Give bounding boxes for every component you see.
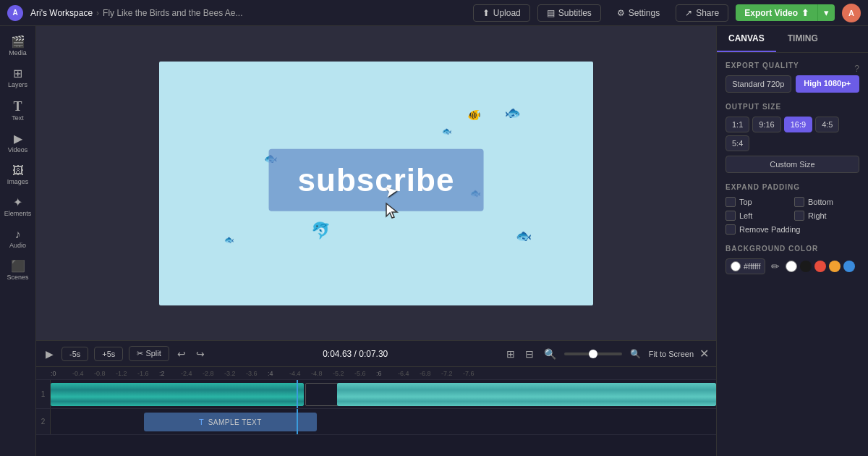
padding-bottom[interactable]: Bottom: [794, 197, 859, 207]
size-9-16[interactable]: 9:16: [752, 117, 780, 132]
sidebar-item-elements[interactable]: ✦ Elements: [2, 193, 34, 221]
custom-size-button[interactable]: Custom Size: [726, 156, 859, 173]
background-color-title: BACKGROUND COLOR: [726, 245, 859, 253]
video-clip-black[interactable]: [305, 383, 339, 406]
tab-canvas[interactable]: CANVAS: [717, 26, 776, 52]
export-group: Export Video ⬆ ▾: [736, 4, 835, 21]
canvas-area[interactable]: 🐟 🐠 🐟 🐟 🐟 🐟 🐟 🐬 subscribe: [36, 26, 716, 340]
zoom-slider[interactable]: [564, 352, 622, 355]
sidebar-item-media[interactable]: 🎬 Media: [2, 32, 34, 61]
padding-left-label: Left: [739, 211, 752, 220]
sidebar-item-label: Videos: [8, 146, 27, 153]
undo-button[interactable]: ↩: [175, 346, 188, 362]
zoom-in-icon[interactable]: 🔍: [628, 347, 643, 361]
swatch-orange[interactable]: [829, 261, 841, 272]
remove-padding[interactable]: Remove Padding: [726, 224, 859, 235]
settings-button[interactable]: ⚙ Settings: [608, 5, 668, 21]
padding-right[interactable]: Right: [794, 211, 859, 221]
track-controls-icon[interactable]: ⊞: [504, 346, 517, 362]
upload-button[interactable]: ⬆ Upload: [473, 4, 530, 22]
standard-quality-button[interactable]: Standard 720p: [726, 75, 791, 93]
subscribe-overlay: subscribe: [269, 149, 484, 211]
sidebar-item-label: Media: [9, 49, 27, 56]
size-5-4[interactable]: 5:4: [726, 135, 749, 151]
upload-icon: ⬆: [482, 8, 490, 18]
video-clip-1[interactable]: [51, 383, 304, 406]
track-number-1: 1: [36, 380, 51, 408]
zoom-control: [564, 352, 622, 355]
panel-tabs: CANVAS TIMING: [717, 26, 868, 53]
canvas-preview: 🐟 🐠 🐟 🐟 🐟 🐟 🐟 🐬 subscribe: [159, 62, 593, 305]
size-16-9[interactable]: 16:9: [784, 117, 812, 132]
play-button[interactable]: ▶: [43, 346, 56, 362]
high-quality-button[interactable]: High 1080p+: [796, 75, 860, 93]
media-icon: 🎬: [11, 36, 25, 48]
text-clip[interactable]: T SAMPLE TEXT: [144, 413, 317, 431]
padding-top[interactable]: Top: [726, 197, 791, 207]
share-button[interactable]: ↗ Share: [676, 4, 728, 22]
top-checkbox[interactable]: [726, 197, 736, 207]
plus5s-button[interactable]: +5s: [94, 347, 123, 361]
right-checkbox[interactable]: [794, 211, 804, 221]
bottom-checkbox[interactable]: [794, 197, 804, 207]
tab-timing[interactable]: TIMING: [776, 26, 830, 52]
sidebar-item-text[interactable]: T Text: [2, 96, 34, 126]
redo-button[interactable]: ↪: [194, 346, 207, 362]
fit-screen-button[interactable]: Fit to Screen: [649, 350, 694, 358]
fish-red: 🐟: [505, 105, 521, 121]
background-color-section: BACKGROUND COLOR #ffffff ✏: [726, 245, 859, 274]
sidebar-item-label: Images: [7, 178, 29, 185]
share-icon: ↗: [685, 8, 692, 18]
elements-icon: ✦: [13, 197, 22, 208]
padding-grid: Top Bottom Left Right: [726, 197, 859, 221]
expand-padding-section: EXPAND PADDING Top Bottom Left: [726, 183, 859, 235]
sidebar-item-label: Elements: [4, 210, 32, 217]
close-timeline-button[interactable]: ✕: [699, 347, 709, 360]
track-number-2: 2: [36, 409, 51, 434]
sidebar-item-audio[interactable]: ♪ Audio: [2, 224, 34, 253]
swatch-black[interactable]: [800, 261, 812, 272]
images-icon: 🖼: [12, 165, 24, 177]
size-1-1[interactable]: 1:1: [726, 117, 749, 132]
color-picker-button[interactable]: ✏: [771, 261, 780, 272]
track-content-2[interactable]: T SAMPLE TEXT: [51, 409, 716, 434]
padding-left[interactable]: Left: [726, 211, 791, 221]
size-4-5[interactable]: 4:5: [815, 117, 839, 132]
color-swatches: [786, 261, 855, 272]
export-video-button[interactable]: Export Video ⬆: [736, 4, 817, 21]
sidebar-item-label: Layers: [8, 81, 27, 88]
playhead[interactable]: [297, 380, 298, 408]
remove-padding-checkbox[interactable]: [726, 224, 736, 235]
subscribe-text: subscribe: [298, 162, 455, 198]
track-row-2: 2 T SAMPLE TEXT: [36, 409, 716, 435]
sidebar-item-label: Audio: [9, 242, 26, 249]
panel-content: EXPORT QUALITY ? Standard 720p High 1080…: [717, 53, 868, 456]
subtitles-button[interactable]: ▤ Subtitles: [537, 4, 601, 22]
swatch-blue[interactable]: [843, 261, 855, 272]
track-content-1[interactable]: [51, 380, 716, 408]
output-size-section: OUTPUT SIZE 1:1 9:16 16:9 4:5 5:4 Custom…: [726, 103, 859, 173]
left-checkbox[interactable]: [726, 211, 736, 221]
export-dropdown-button[interactable]: ▾: [817, 4, 835, 21]
timeline: ▶ -5s +5s ✂ Split ↩ ↪ 0:04.63 / 0:07.30 …: [36, 340, 716, 456]
zoom-out-icon[interactable]: 🔍: [542, 346, 558, 362]
swatch-white[interactable]: [786, 261, 797, 272]
main-layout: 🎬 Media ⊞ Layers T Text ▶ Videos 🖼 Image…: [0, 26, 868, 456]
info-icon[interactable]: ?: [854, 64, 859, 74]
sidebar-item-scenes[interactable]: ⬛ Scenes: [2, 256, 34, 285]
sidebar-item-videos[interactable]: ▶ Videos: [2, 129, 34, 158]
zoom-handle: [589, 350, 597, 358]
text-clip-label: SAMPLE TEXT: [208, 418, 262, 426]
workspace-link[interactable]: Ari's Workspace: [30, 8, 93, 18]
split-tracks-icon[interactable]: ⊟: [523, 346, 536, 362]
split-button[interactable]: ✂ Split: [129, 346, 169, 361]
minus5s-button[interactable]: -5s: [61, 347, 88, 361]
timeline-toolbar: ▶ -5s +5s ✂ Split ↩ ↪ 0:04.63 / 0:07.30 …: [36, 341, 716, 367]
project-title: Fly Like the Birds and the Bees Ae...: [103, 8, 242, 18]
sidebar-item-images[interactable]: 🖼 Images: [2, 161, 34, 190]
fish-orange: 🐠: [467, 109, 481, 122]
swatch-red[interactable]: [814, 261, 826, 272]
sidebar-item-layers[interactable]: ⊞ Layers: [2, 64, 34, 93]
time-display: 0:04.63 / 0:07.30: [323, 349, 388, 359]
video-clip-2[interactable]: [337, 383, 716, 406]
